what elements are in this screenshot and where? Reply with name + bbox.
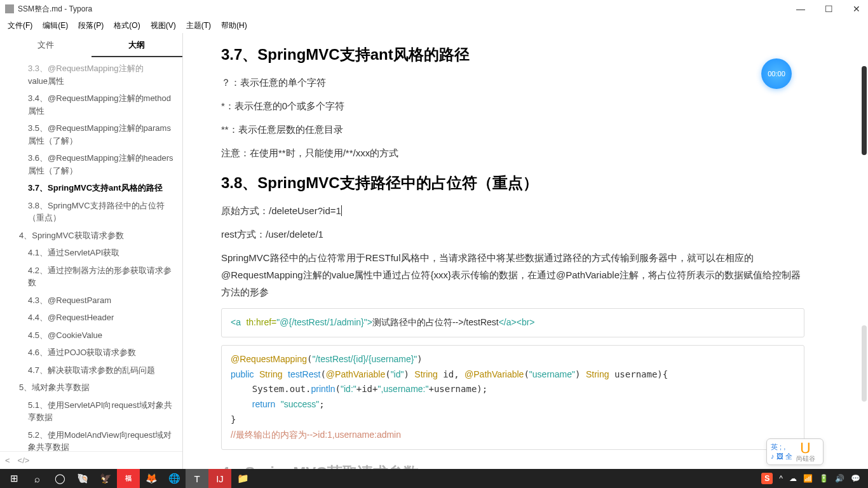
menu-view[interactable]: 视图(V) — [147, 19, 180, 32]
menu-paragraph[interactable]: 段落(P) — [74, 19, 107, 32]
scrollbar-thumb[interactable] — [862, 66, 867, 155]
outline-item[interactable]: 3.4、@RequestMapping注解的method属性 — [0, 90, 182, 119]
menu-file[interactable]: 文件(F) — [4, 19, 36, 32]
outline-item[interactable]: 4.7、解决获取请求参数的乱码问题 — [0, 362, 182, 379]
menu-theme[interactable]: 主题(T) — [182, 19, 215, 32]
sidebar-footer: < </> — [0, 451, 182, 469]
brand-icon: ⋃ — [796, 440, 815, 454]
outline-item[interactable]: 5、域对象共享数据 — [0, 379, 182, 396]
timer-badge[interactable]: 00:00 — [761, 58, 792, 89]
outline-item[interactable]: 3.6、@RequestMapping注解的headers属性（了解） — [0, 149, 182, 179]
tray-notify-icon[interactable]: 💬 — [851, 474, 860, 483]
para-orig: 原始方式：/deleteUser?id=1 — [221, 202, 804, 219]
tray-wifi-icon[interactable]: 📶 — [803, 474, 813, 483]
code-block-html[interactable]: <a th:href="@{/testRest/1/admin}">测试路径中的… — [221, 308, 804, 337]
app-2[interactable]: 🦅 — [94, 469, 117, 488]
para-dstar: **：表示任意层数的任意目录 — [221, 121, 804, 138]
taskbar: ⊞ ⌕ ◯ 🐚 🦅 福 🦊 🌐 T IJ 📁 S ^ ☁ 📶 🔋 🔊 💬 — [0, 469, 868, 488]
para-desc: SpringMVC路径中的占位符常用于RESTful风格中，当请求路径中将某些数… — [221, 249, 804, 301]
start-button[interactable]: ⊞ — [3, 469, 25, 488]
outline-item[interactable]: 4.3、@RequestParam — [0, 292, 182, 309]
typora-icon[interactable]: T — [186, 469, 208, 488]
outline-list[interactable]: 3.3、@RequestMapping注解的value属性3.4、@Reques… — [0, 57, 182, 451]
minimize-button[interactable]: — — [794, 4, 807, 14]
menu-edit[interactable]: 编辑(E) — [39, 19, 72, 32]
para-star: *：表示任意的0个或多个字符 — [221, 97, 804, 114]
outline-item[interactable]: 4.2、通过控制器方法的形参获取请求参数 — [0, 262, 182, 292]
para-note: 注意：在使用**时，只能使用/**/xxx的方式 — [221, 144, 804, 161]
sidebar-tabs: 文件 大纲 — [0, 33, 182, 57]
para-rest: rest方式：/user/delete/1 — [221, 226, 804, 243]
app-1[interactable]: 🐚 — [71, 469, 94, 488]
tray-volume-icon[interactable]: 🔊 — [835, 474, 844, 483]
maximize-button[interactable]: ☐ — [822, 4, 835, 14]
app-icon — [5, 4, 14, 13]
heading-3-7: 3.7、SpringMVC支持ant风格的路径 — [221, 44, 804, 65]
outline-item[interactable]: 4.5、@CookieValue — [0, 327, 182, 344]
code-mode-icon[interactable]: </> — [18, 456, 30, 465]
sogou-ime-icon[interactable]: S — [761, 473, 773, 484]
outline-item[interactable]: 5.1、使用ServletAPI向request域对象共享数据 — [0, 396, 182, 426]
outline-item[interactable]: 3.7、SpringMVC支持ant风格的路径 — [0, 179, 182, 197]
chrome-icon[interactable]: 🌐 — [163, 469, 186, 488]
para-q: ？：表示任意的单个字符 — [221, 74, 804, 91]
outline-item[interactable]: 4.1、通过ServletAPI获取 — [0, 244, 182, 262]
firefox-icon[interactable]: 🦊 — [140, 469, 163, 488]
menu-format[interactable]: 格式(O) — [110, 19, 144, 32]
app-3[interactable]: 福 — [117, 469, 140, 488]
idea-icon[interactable]: IJ — [208, 469, 231, 488]
outline-item[interactable]: 4、SpringMVC获取请求参数 — [0, 227, 182, 245]
search-icon[interactable]: ⌕ — [25, 469, 48, 488]
tray-cloud-icon[interactable]: ☁ — [789, 474, 797, 483]
tray-up-icon[interactable]: ^ — [779, 474, 783, 483]
system-tray: S ^ ☁ 📶 🔋 🔊 💬 — [761, 473, 865, 484]
close-button[interactable]: ✕ — [850, 4, 863, 14]
window-title: SSM整合.md - Typora — [18, 4, 92, 15]
scrollbar-thumb-lower[interactable] — [862, 325, 867, 402]
tab-outline[interactable]: 大纲 — [92, 33, 183, 57]
menu-bar: 文件(F) 编辑(E) 段落(P) 格式(O) 视图(V) 主题(T) 帮助(H… — [0, 18, 868, 33]
title-bar: SSM整合.md - Typora — ☐ ✕ — [0, 0, 868, 18]
outline-item[interactable]: 4.6、通过POJO获取请求参数 — [0, 344, 182, 362]
heading-4: 4、SpringMVC获取请求参数 — [221, 463, 804, 469]
menu-help[interactable]: 帮助(H) — [217, 19, 251, 32]
sidebar: 文件 大纲 3.3、@RequestMapping注解的value属性3.4、@… — [0, 33, 183, 469]
explorer-icon[interactable]: 📁 — [231, 469, 254, 488]
editor-content[interactable]: 00:00 3.7、SpringMVC支持ant风格的路径 ？：表示任意的单个字… — [183, 33, 868, 469]
ime-floating-bar[interactable]: 英 ; , ♪ 🖼 全 ⋃ 尚硅谷 — [766, 438, 824, 465]
window-controls: — ☐ ✕ — [794, 4, 863, 14]
tray-battery-icon[interactable]: 🔋 — [819, 474, 829, 483]
collapse-icon[interactable]: < — [5, 456, 10, 465]
tab-files[interactable]: 文件 — [0, 33, 92, 57]
heading-3-8: 3.8、SpringMVC支持路径中的占位符（重点） — [221, 173, 804, 193]
outline-item[interactable]: 5.2、使用ModelAndView向request域对象共享数据 — [0, 426, 182, 452]
ime-lang: 英 — [771, 443, 778, 451]
outline-item[interactable]: 3.8、SpringMVC支持路径中的占位符（重点） — [0, 197, 182, 227]
outline-item[interactable]: 3.5、@RequestMapping注解的params属性（了解） — [0, 119, 182, 149]
ime-full: 全 — [785, 452, 792, 460]
outline-item[interactable]: value属性 — [0, 72, 182, 90]
outline-item[interactable]: 4.4、@RequestHeader — [0, 309, 182, 327]
cortana-icon[interactable]: ◯ — [48, 469, 71, 488]
brand-label: 尚硅谷 — [796, 454, 815, 463]
code-block-java[interactable]: @RequestMapping("/testRest/{id}/{usernam… — [221, 345, 804, 450]
